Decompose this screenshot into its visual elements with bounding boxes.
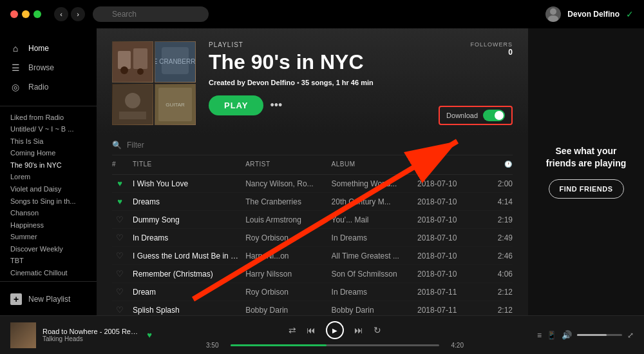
play-pause-button[interactable]: ▶: [326, 321, 344, 339]
col-date: 📅: [417, 161, 469, 169]
sidebar-item-radio[interactable]: ◎ Radio: [0, 77, 97, 97]
devices-button[interactable]: 📱: [547, 331, 556, 340]
cover-cell-4: GUITAR: [155, 84, 196, 125]
sidebar-item-tbt[interactable]: TBT: [0, 253, 97, 266]
prev-button[interactable]: ⏮: [307, 325, 316, 335]
table-row[interactable]: ♡ Dummy Song Louis Armstrong You'... Mai…: [112, 211, 513, 229]
sidebar-item-happiness[interactable]: Happiness: [0, 218, 97, 230]
track-artist: Louis Armstrong: [245, 215, 326, 224]
sidebar-item-coming-home[interactable]: Coming Home: [0, 146, 97, 158]
sidebar-item-home[interactable]: ⌂ Home: [0, 39, 97, 58]
track-title: I Wish You Love: [133, 179, 240, 188]
track-album: 20th Century M...: [332, 197, 412, 206]
sidebar: ⌂ Home ☰ Browse ◎ Radio Liked from Radio…: [0, 28, 97, 315]
svg-rect-4: [133, 48, 147, 69]
track-album: You'... Mail: [332, 215, 412, 224]
track-rows: ♥ I Wish You Love Nancy Wilson, Ro... So…: [112, 175, 513, 315]
verified-icon: ✓: [626, 9, 634, 19]
track-album: Bobby Darin: [332, 306, 412, 315]
close-button[interactable]: [10, 10, 18, 18]
svg-text:GUITAR: GUITAR: [166, 102, 185, 108]
shuffle-button[interactable]: ⇄: [289, 325, 296, 335]
track-duration: 2:00: [474, 179, 513, 188]
volume-bar[interactable]: [577, 334, 622, 336]
sidebar-item-this-is-sia[interactable]: This Is Sia: [0, 134, 97, 146]
forward-button[interactable]: ›: [71, 7, 85, 21]
heart-icon[interactable]: ♡: [112, 287, 128, 297]
minimize-button[interactable]: [22, 10, 30, 18]
progress-bar-wrap: 3:50 4:20: [206, 342, 464, 349]
back-button[interactable]: ‹: [54, 7, 68, 21]
download-toggle-switch[interactable]: [483, 110, 505, 121]
heart-icon[interactable]: ♡: [112, 251, 128, 261]
now-playing-info: Road to Nowhere - 2005 Rem... Talking He…: [43, 328, 140, 342]
repeat-button[interactable]: ↻: [374, 325, 381, 335]
search-input[interactable]: [93, 6, 209, 22]
header-right: FOLLOWERS 0 Download: [435, 41, 513, 125]
heart-icon[interactable]: ♡: [112, 215, 128, 224]
track-artist: Harry Nilsson: [245, 270, 326, 279]
table-row[interactable]: ♡ Dream Roy Orbison In Dreams 2018-07-11…: [112, 283, 513, 301]
table-row[interactable]: ♥ Dreams The Cranberries 20th Century M.…: [112, 193, 513, 211]
track-date: 2018-07-10: [417, 233, 469, 242]
heart-icon[interactable]: ♥: [112, 197, 128, 206]
sidebar-item-cinematic-chillout[interactable]: Cinematic Chillout: [0, 266, 97, 278]
topbar-right: Devon Delfino ✓: [545, 6, 634, 22]
col-title: TITLE: [133, 161, 240, 169]
track-date: 2018-07-10: [417, 215, 469, 224]
new-playlist-button[interactable]: + New Playlist: [0, 288, 97, 310]
heart-icon[interactable]: ♡: [112, 269, 128, 279]
sidebar-item-discover-weekly[interactable]: Discover Weekly: [0, 242, 97, 254]
table-row[interactable]: ♡ Splish Splash Bobby Darin Bobby Darin …: [112, 301, 513, 315]
sidebar-item-violet-daisy[interactable]: Violet and Daisy: [0, 182, 97, 194]
volume-fill: [577, 334, 607, 336]
heart-icon[interactable]: ♡: [112, 233, 128, 242]
plus-icon: +: [10, 293, 22, 305]
progress-track[interactable]: [231, 344, 439, 346]
next-button[interactable]: ⏭: [354, 325, 363, 335]
track-duration: 4:06: [474, 270, 513, 279]
table-row[interactable]: ♡ In Dreams Roy Orbison In Dreams 2018-0…: [112, 229, 513, 247]
heart-icon[interactable]: ♡: [112, 305, 128, 315]
sidebar-divider: [0, 106, 97, 106]
table-row[interactable]: ♡ Remember (Christmas) Harry Nilsson Son…: [112, 265, 513, 283]
topbar: ‹ › 🔍 Devon Delfino ✓: [0, 0, 644, 28]
sidebar-item-90s-nyc[interactable]: The 90's in NYC: [0, 158, 97, 170]
track-duration: 2:46: [474, 251, 513, 261]
heart-icon[interactable]: ♥: [147, 330, 152, 340]
track-date: 2018-07-10: [417, 197, 469, 206]
window-controls: [10, 10, 41, 18]
playlist-header: THE CRANBERRIES GUITAR: [97, 28, 528, 135]
track-artist: Harry Ni...on: [245, 251, 326, 261]
fullscreen-button[interactable]: ⤢: [627, 331, 634, 340]
cover-cell-2: THE CRANBERRIES: [155, 41, 196, 83]
toggle-knob: [495, 111, 504, 120]
queue-button[interactable]: ≡: [537, 331, 542, 340]
download-toggle[interactable]: Download: [439, 106, 513, 125]
sidebar-item-lorem[interactable]: Lorem: [0, 170, 97, 182]
content-area: THE CRANBERRIES GUITAR: [97, 28, 528, 315]
track-album: Son Of Schmilsson: [332, 270, 412, 279]
more-options-button[interactable]: •••: [270, 99, 282, 112]
track-artist: The Cranberries: [245, 197, 326, 206]
sidebar-item-untitled[interactable]: Untitled/ V ~ I ~ B ...: [0, 122, 97, 134]
sidebar-item-songs-to-sing[interactable]: Songs to Sing in th...: [0, 194, 97, 206]
current-time: 3:50: [206, 342, 225, 349]
sidebar-item-browse[interactable]: ☰ Browse: [0, 58, 97, 77]
table-row[interactable]: ♥ I Wish You Love Nancy Wilson, Ro... So…: [112, 175, 513, 193]
svg-rect-3: [118, 51, 131, 69]
col-album: ALBUM: [332, 161, 412, 169]
playlist-cover: THE CRANBERRIES GUITAR: [112, 41, 196, 125]
find-friends-button[interactable]: FIND FRIENDS: [549, 179, 624, 199]
table-row[interactable]: ♡ I Guess the Lord Must Be in New York C…: [112, 247, 513, 265]
maximize-button[interactable]: [33, 10, 41, 18]
heart-icon[interactable]: ♥: [112, 179, 128, 188]
filter-input[interactable]: [127, 141, 513, 150]
sidebar-item-chanson[interactable]: Chanson: [0, 206, 97, 218]
followers-block: FOLLOWERS 0: [470, 41, 513, 57]
track-album: Something Wond...: [332, 179, 412, 188]
playlist-actions: PLAY •••: [209, 95, 422, 115]
sidebar-item-liked-from-radio[interactable]: Liked from Radio: [0, 110, 97, 123]
sidebar-item-summer[interactable]: Summer: [0, 230, 97, 242]
play-button[interactable]: PLAY: [209, 95, 263, 115]
